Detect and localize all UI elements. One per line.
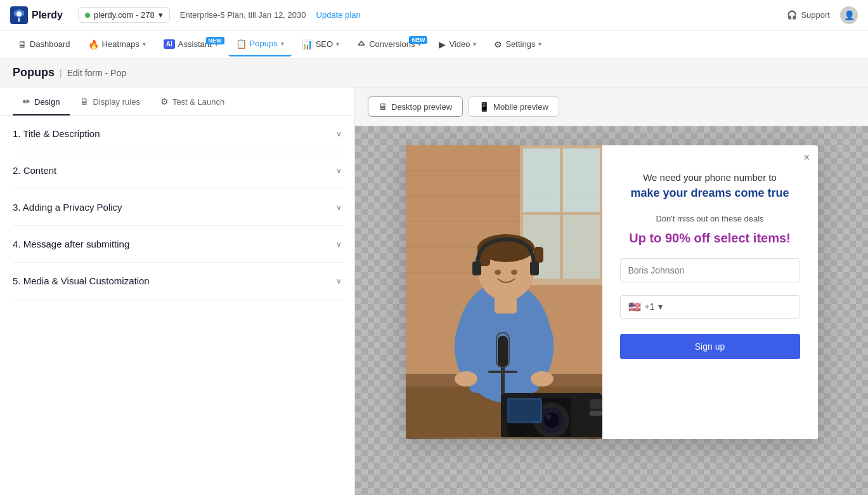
popup-content: We need your phone number to make your d… xyxy=(602,145,818,439)
svg-rect-30 xyxy=(498,336,508,367)
main-layout: ✏ Design 🖥 Display rules ⚙ Test & Launch… xyxy=(0,88,868,495)
popups-icon: 📋 xyxy=(236,39,247,49)
gear-icon: ⚙ xyxy=(160,96,169,107)
pencil-icon: ✏ xyxy=(23,96,30,107)
mobile-icon: 📱 xyxy=(479,102,489,112)
tab-design[interactable]: ✏ Design xyxy=(13,88,70,116)
flag-icon: 🇺🇸 xyxy=(628,301,641,313)
svg-rect-12 xyxy=(563,148,600,212)
chevron-down-icon: ∨ xyxy=(336,277,342,286)
monitor-icon: 🖥 xyxy=(80,96,89,107)
navbar: 🖥 Dashboard 🔥 Heatmaps ▾ AI Assistant NE… xyxy=(0,30,868,58)
tab-test-launch[interactable]: ⚙ Test & Launch xyxy=(150,88,235,116)
popup-image-placeholder xyxy=(406,145,602,439)
plan-text: Enterprise-5 Plan, till Jan 12, 2030 xyxy=(180,10,306,20)
nav-item-heatmaps[interactable]: 🔥 Heatmaps ▾ xyxy=(81,33,153,56)
nav-label-conversions: Conversions xyxy=(369,39,415,49)
left-panel: ✏ Design 🖥 Display rules ⚙ Test & Launch… xyxy=(0,88,355,495)
nav-item-popups[interactable]: 📋 Popups ▾ xyxy=(228,32,292,56)
popup-signup-button[interactable]: Sign up xyxy=(620,334,800,359)
support-button[interactable]: 🎧 Support xyxy=(787,10,830,20)
popup-container: × xyxy=(406,145,818,439)
chevron-down-icon: ▾ xyxy=(538,41,541,48)
ai-icon: AI xyxy=(164,39,175,49)
nav-item-dashboard[interactable]: 🖥 Dashboard xyxy=(10,33,78,56)
tab-display-rules[interactable]: 🖥 Display rules xyxy=(70,88,150,116)
popup-subtitle: Don't miss out on these deals xyxy=(620,214,800,223)
breadcrumb: Popups | Edit form - Pop xyxy=(0,58,868,88)
breadcrumb-separator: | xyxy=(60,68,62,78)
accordion-message[interactable]: 4. Message after submitting ∨ xyxy=(13,226,342,263)
preview-toolbar: 🖥 Desktop preview 📱 Mobile preview xyxy=(355,88,868,126)
update-plan-link[interactable]: Update plan xyxy=(316,10,361,20)
accordion-title-desc[interactable]: 1. Title & Description ∨ xyxy=(13,116,342,152)
user-icon: 👤 xyxy=(844,10,855,20)
conversions-icon xyxy=(357,39,366,50)
popup-name-input[interactable] xyxy=(620,258,800,282)
new-badge-conversions: NEW xyxy=(409,36,427,44)
accordion-label-message: 4. Message after submitting xyxy=(13,239,129,249)
svg-rect-43 xyxy=(590,411,602,416)
mobile-preview-button[interactable]: 📱 Mobile preview xyxy=(468,96,559,117)
popup-phone-row[interactable]: 🇺🇸 +1 ▾ xyxy=(620,295,800,319)
nav-label-popups: Popups xyxy=(250,39,278,48)
popup-image xyxy=(406,145,602,439)
svg-rect-24 xyxy=(472,261,481,275)
nav-label-seo: SEO xyxy=(316,39,333,49)
desktop-preview-button[interactable]: 🖥 Desktop preview xyxy=(368,96,463,117)
desktop-icon: 🖥 xyxy=(379,102,387,112)
tab-test-launch-label: Test & Launch xyxy=(172,97,224,107)
nav-item-assistant[interactable]: AI Assistant NEW ▾ xyxy=(156,33,226,55)
popup-offer: Up to 90% off select items! xyxy=(620,231,800,246)
accordion-label-content: 2. Content xyxy=(13,165,56,176)
accordion-label-media: 5. Media & Visual Customization xyxy=(13,275,150,286)
tab-display-rules-label: Display rules xyxy=(93,97,139,107)
chevron-down-icon: ▾ xyxy=(143,41,146,48)
seo-icon: 📊 xyxy=(302,39,313,50)
settings-icon: ⚙ xyxy=(494,39,502,50)
mobile-preview-label: Mobile preview xyxy=(493,102,548,112)
right-panel: 🖥 Desktop preview 📱 Mobile preview × xyxy=(355,88,868,495)
new-badge-assistant: NEW xyxy=(206,37,224,44)
tab-design-label: Design xyxy=(34,97,60,107)
svg-point-35 xyxy=(531,371,554,386)
site-selector[interactable]: plerdy.com - 278 ▾ xyxy=(78,7,170,23)
accordion-privacy[interactable]: 3. Adding a Privacy Policy ∨ xyxy=(13,189,342,226)
svg-point-40 xyxy=(544,412,559,428)
nav-label-settings: Settings xyxy=(505,39,535,49)
chevron-down-icon: ∨ xyxy=(336,129,342,138)
popup-title-normal: We need your phone number to xyxy=(620,171,800,185)
svg-point-27 xyxy=(511,270,517,275)
accordion-label-privacy: 3. Adding a Privacy Policy xyxy=(13,202,122,213)
svg-rect-29 xyxy=(488,371,517,373)
svg-rect-45 xyxy=(509,400,540,421)
chevron-down-icon: ∨ xyxy=(336,240,342,249)
svg-point-26 xyxy=(495,270,501,275)
popup-title-area: We need your phone number to make your d… xyxy=(620,171,800,201)
nav-label-video: Video xyxy=(449,39,470,49)
svg-point-34 xyxy=(455,371,477,386)
nav-item-seo[interactable]: 📊 SEO ▾ xyxy=(294,33,347,56)
dashboard-icon: 🖥 xyxy=(18,39,27,50)
chevron-down-icon: ▾ xyxy=(473,41,476,48)
accordion-content[interactable]: 2. Content ∨ xyxy=(13,152,342,189)
accordion-media[interactable]: 5. Media & Visual Customization ∨ xyxy=(13,263,342,300)
chevron-down-icon: ▾ xyxy=(336,41,339,48)
nav-label-heatmaps: Heatmaps xyxy=(102,39,139,49)
nav-item-video[interactable]: ▶ Video ▾ xyxy=(431,33,484,56)
topbar-right: 🎧 Support 👤 xyxy=(787,6,858,24)
accordion-list: 1. Title & Description ∨ 2. Content ∨ 3.… xyxy=(0,116,354,300)
nav-item-settings[interactable]: ⚙ Settings ▾ xyxy=(486,33,549,56)
popup-title-highlight: make your dreams come true xyxy=(620,185,800,201)
logo[interactable]: Plerdy xyxy=(10,6,63,24)
phone-code: +1 xyxy=(645,301,655,312)
svg-point-1 xyxy=(16,11,22,16)
chevron-down-icon: ▾ xyxy=(281,40,284,47)
nav-item-conversions[interactable]: Conversions NEW ▾ xyxy=(349,32,429,56)
nav-label-dashboard: Dashboard xyxy=(30,39,70,49)
heatmaps-icon: 🔥 xyxy=(88,39,99,50)
headphone-icon: 🎧 xyxy=(787,10,797,20)
user-avatar[interactable]: 👤 xyxy=(840,6,858,24)
preview-area: × xyxy=(355,126,868,495)
popup-close-button[interactable]: × xyxy=(803,152,810,163)
